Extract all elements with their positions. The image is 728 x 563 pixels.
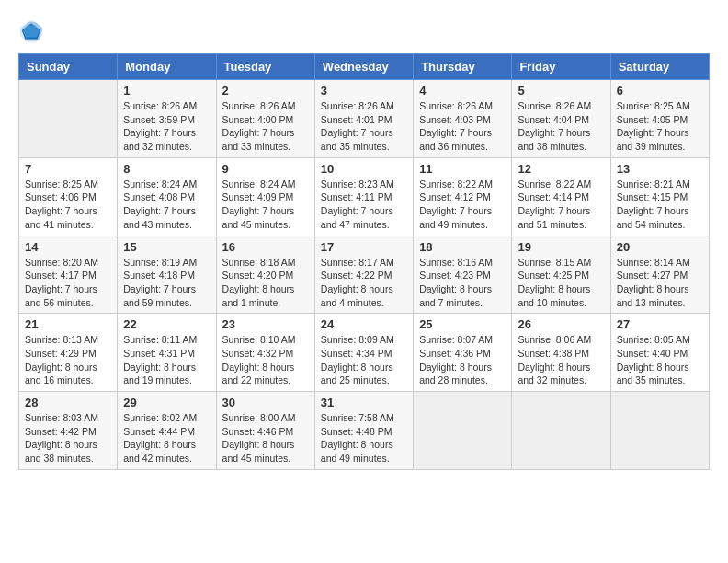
day-info: Sunrise: 8:26 AM Sunset: 4:01 PM Dayligh… <box>321 99 407 154</box>
calendar-cell: 16 Sunrise: 8:18 AM Sunset: 4:20 PM Dayl… <box>216 236 314 314</box>
sunset: Sunset: 4:18 PM <box>123 270 195 281</box>
day-number: 12 <box>518 162 604 176</box>
calendar-cell: 29 Sunrise: 8:02 AM Sunset: 4:44 PM Dayl… <box>118 392 216 470</box>
day-info: Sunrise: 8:22 AM Sunset: 4:14 PM Dayligh… <box>518 178 604 232</box>
sunset: Sunset: 4:05 PM <box>617 114 688 125</box>
day-info: Sunrise: 8:11 AM Sunset: 4:31 PM Dayligh… <box>123 333 210 387</box>
calendar-cell: 20 Sunrise: 8:14 AM Sunset: 4:27 PM Dayl… <box>610 236 709 314</box>
calendar-cell: 9 Sunrise: 8:24 AM Sunset: 4:09 PM Dayli… <box>216 157 314 236</box>
day-info: Sunrise: 8:14 AM Sunset: 4:27 PM Dayligh… <box>617 256 703 310</box>
sunset: Sunset: 4:36 PM <box>419 348 491 359</box>
daylight: Daylight: 7 hours and 45 minutes. <box>222 205 295 230</box>
daylight: Daylight: 7 hours and 35 minutes. <box>321 127 393 152</box>
sunset: Sunset: 4:44 PM <box>123 426 195 437</box>
day-number: 11 <box>419 162 506 176</box>
daylight: Daylight: 7 hours and 56 minutes. <box>25 283 97 308</box>
calendar-header-wednesday: Wednesday <box>314 54 413 80</box>
day-number: 21 <box>25 317 111 331</box>
sunset: Sunset: 4:17 PM <box>25 270 97 281</box>
calendar-cell: 25 Sunrise: 8:07 AM Sunset: 4:36 PM Dayl… <box>414 314 512 392</box>
sunset: Sunset: 4:03 PM <box>419 114 491 125</box>
calendar-week-5: 28 Sunrise: 8:03 AM Sunset: 4:42 PM Dayl… <box>19 392 710 470</box>
sunrise: Sunrise: 8:14 AM <box>617 257 690 268</box>
day-info: Sunrise: 8:26 AM Sunset: 4:04 PM Dayligh… <box>518 99 604 154</box>
calendar-week-2: 7 Sunrise: 8:25 AM Sunset: 4:06 PM Dayli… <box>19 157 710 236</box>
calendar-cell: 26 Sunrise: 8:06 AM Sunset: 4:38 PM Dayl… <box>512 314 610 392</box>
sunset: Sunset: 4:40 PM <box>617 348 688 359</box>
sunset: Sunset: 4:14 PM <box>518 191 589 202</box>
sunset: Sunset: 4:09 PM <box>222 191 294 202</box>
calendar-header-tuesday: Tuesday <box>216 54 314 80</box>
day-number: 22 <box>123 317 210 331</box>
day-number: 26 <box>518 317 604 331</box>
calendar-header-monday: Monday <box>118 54 216 80</box>
calendar-cell <box>512 392 610 470</box>
day-info: Sunrise: 8:23 AM Sunset: 4:11 PM Dayligh… <box>321 178 407 232</box>
daylight: Daylight: 7 hours and 49 minutes. <box>419 205 492 230</box>
sunset: Sunset: 4:32 PM <box>222 348 294 359</box>
daylight: Daylight: 7 hours and 33 minutes. <box>222 127 295 152</box>
day-info: Sunrise: 8:21 AM Sunset: 4:15 PM Dayligh… <box>617 178 703 232</box>
daylight: Daylight: 8 hours and 28 minutes. <box>419 362 492 386</box>
sunrise: Sunrise: 8:00 AM <box>222 412 296 423</box>
sunset: Sunset: 4:12 PM <box>419 191 491 202</box>
day-number: 31 <box>321 396 407 409</box>
daylight: Daylight: 7 hours and 54 minutes. <box>617 205 689 230</box>
sunrise: Sunrise: 8:15 AM <box>518 257 591 268</box>
day-number: 3 <box>321 84 407 98</box>
day-number: 30 <box>222 396 309 409</box>
sunrise: Sunrise: 7:58 AM <box>321 412 394 423</box>
sunrise: Sunrise: 8:20 AM <box>25 257 98 268</box>
calendar-cell: 31 Sunrise: 7:58 AM Sunset: 4:48 PM Dayl… <box>314 392 413 470</box>
day-number: 13 <box>617 162 703 176</box>
day-info: Sunrise: 8:03 AM Sunset: 4:42 PM Dayligh… <box>25 411 111 465</box>
daylight: Daylight: 8 hours and 13 minutes. <box>617 283 689 308</box>
day-info: Sunrise: 8:24 AM Sunset: 4:08 PM Dayligh… <box>123 178 210 232</box>
sunset: Sunset: 3:59 PM <box>123 114 195 125</box>
daylight: Daylight: 8 hours and 42 minutes. <box>123 439 196 464</box>
daylight: Daylight: 8 hours and 32 minutes. <box>518 362 590 386</box>
sunrise: Sunrise: 8:24 AM <box>123 178 197 190</box>
daylight: Daylight: 7 hours and 43 minutes. <box>123 205 196 230</box>
daylight: Daylight: 8 hours and 45 minutes. <box>222 439 295 464</box>
calendar-cell: 17 Sunrise: 8:17 AM Sunset: 4:22 PM Dayl… <box>314 236 413 314</box>
sunset: Sunset: 4:38 PM <box>518 348 589 359</box>
day-info: Sunrise: 8:25 AM Sunset: 4:05 PM Dayligh… <box>617 99 703 154</box>
calendar-cell: 24 Sunrise: 8:09 AM Sunset: 4:34 PM Dayl… <box>314 314 413 392</box>
daylight: Daylight: 7 hours and 32 minutes. <box>123 127 196 152</box>
calendar-header-thursday: Thursday <box>414 54 512 80</box>
sunset: Sunset: 4:46 PM <box>222 426 294 437</box>
daylight: Daylight: 8 hours and 49 minutes. <box>321 439 393 464</box>
day-info: Sunrise: 8:20 AM Sunset: 4:17 PM Dayligh… <box>25 256 111 310</box>
day-number: 4 <box>419 84 506 98</box>
day-number: 20 <box>617 240 703 254</box>
day-info: Sunrise: 8:15 AM Sunset: 4:25 PM Dayligh… <box>518 256 604 310</box>
sunrise: Sunrise: 8:11 AM <box>123 334 197 345</box>
day-info: Sunrise: 8:13 AM Sunset: 4:29 PM Dayligh… <box>25 333 111 387</box>
calendar-header-saturday: Saturday <box>610 54 709 80</box>
daylight: Daylight: 8 hours and 19 minutes. <box>123 362 196 386</box>
calendar-cell: 3 Sunrise: 8:26 AM Sunset: 4:01 PM Dayli… <box>314 80 413 158</box>
sunrise: Sunrise: 8:16 AM <box>419 257 493 268</box>
sunrise: Sunrise: 8:09 AM <box>321 334 394 345</box>
daylight: Daylight: 7 hours and 51 minutes. <box>518 205 590 230</box>
calendar-week-3: 14 Sunrise: 8:20 AM Sunset: 4:17 PM Dayl… <box>19 236 710 314</box>
sunset: Sunset: 4:23 PM <box>419 270 491 281</box>
day-info: Sunrise: 8:06 AM Sunset: 4:38 PM Dayligh… <box>518 333 604 387</box>
sunrise: Sunrise: 8:23 AM <box>321 178 394 190</box>
day-number: 18 <box>419 240 506 254</box>
daylight: Daylight: 7 hours and 39 minutes. <box>617 127 689 152</box>
calendar-cell <box>19 80 118 158</box>
day-info: Sunrise: 8:00 AM Sunset: 4:46 PM Dayligh… <box>222 411 309 465</box>
calendar-cell <box>610 392 709 470</box>
sunrise: Sunrise: 8:07 AM <box>419 334 493 345</box>
day-info: Sunrise: 8:10 AM Sunset: 4:32 PM Dayligh… <box>222 333 309 387</box>
sunrise: Sunrise: 8:26 AM <box>419 100 493 111</box>
logo-icon <box>18 18 44 44</box>
calendar-header-row: SundayMondayTuesdayWednesdayThursdayFrid… <box>19 54 710 80</box>
sunset: Sunset: 4:29 PM <box>25 348 97 359</box>
day-info: Sunrise: 7:58 AM Sunset: 4:48 PM Dayligh… <box>321 411 407 465</box>
day-number: 10 <box>321 162 407 176</box>
calendar-header-sunday: Sunday <box>19 54 118 80</box>
sunset: Sunset: 4:08 PM <box>123 191 195 202</box>
